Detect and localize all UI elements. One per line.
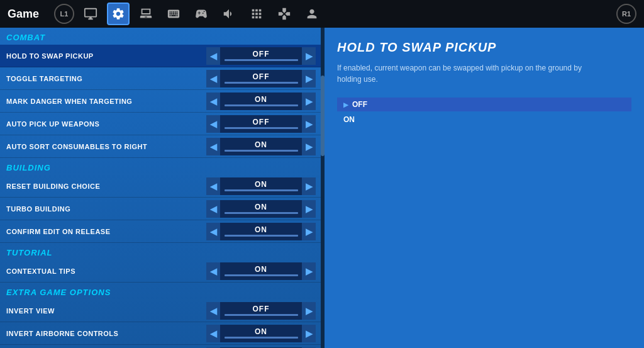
control-widget-auto-pick-up-weapons: ◀OFF▶ xyxy=(206,115,316,133)
arrow-right-mark-danger-when-targeting[interactable]: ▶ xyxy=(302,93,316,110)
setting-row-reset-building-choice[interactable]: RESET BUILDING CHOICE◀ON▶ xyxy=(0,175,321,198)
display-icon[interactable] xyxy=(135,3,157,25)
account-icon[interactable] xyxy=(301,3,323,25)
network-icon[interactable] xyxy=(245,3,268,25)
control-widget-confirm-edit-on-release: ◀ON▶ xyxy=(206,223,316,240)
value-text-auto-pick-up-weapons: OFF xyxy=(253,118,270,126)
value-box-turbo-building: ON xyxy=(220,200,302,218)
section-header-extra-game-options: EXTRA GAME OPTIONS xyxy=(0,283,321,300)
control-widget-hold-to-swap-pickup: ◀OFF▶ xyxy=(206,47,316,65)
setting-label-toggle-targeting: TOGGLE TARGETING xyxy=(0,75,206,82)
option-list: ▶OFFON xyxy=(337,98,631,126)
arrow-right-auto-pick-up-weapons[interactable]: ▶ xyxy=(302,115,316,133)
value-box-reset-building-choice: ON xyxy=(220,177,302,195)
monitor-icon[interactable] xyxy=(79,3,102,25)
control-widget-turbo-building: ◀ON▶ xyxy=(206,200,316,218)
setting-label-invert-airborne-controls: INVERT AIRBORNE CONTROLS xyxy=(0,330,206,337)
setting-row-invert-view[interactable]: INVERT VIEW◀OFF▶ xyxy=(0,300,321,322)
app-title: Game xyxy=(8,8,39,21)
audio-icon[interactable] xyxy=(218,3,240,25)
arrow-right-auto-sort-consumables[interactable]: ▶ xyxy=(302,138,316,155)
arrow-right-confirm-edit-on-release[interactable]: ▶ xyxy=(302,223,316,240)
settings-panel: COMBATHOLD TO SWAP PICKUP◀OFF▶TOGGLE TAR… xyxy=(0,28,321,348)
value-bar-mark-danger-when-targeting xyxy=(225,104,298,106)
value-bar-invert-airborne-controls xyxy=(225,337,298,339)
setting-label-reset-building-choice: RESET BUILDING CHOICE xyxy=(0,182,206,190)
arrow-right-contextual-tips[interactable]: ▶ xyxy=(302,262,316,280)
value-box-toggle-targeting: OFF xyxy=(220,70,302,87)
value-text-confirm-edit-on-release: ON xyxy=(255,226,267,233)
arrow-left-contextual-tips[interactable]: ◀ xyxy=(206,262,220,280)
arrow-left-auto-sort-consumables[interactable]: ◀ xyxy=(206,138,220,155)
value-text-reset-building-choice: ON xyxy=(255,181,267,188)
gear-icon[interactable] xyxy=(107,3,130,25)
detail-title: HOLD TO SWAP PICKUP xyxy=(337,40,631,55)
value-bar-auto-pick-up-weapons xyxy=(225,127,298,129)
arrow-right-toggle-targeting[interactable]: ▶ xyxy=(302,70,316,87)
arrow-left-auto-pick-up-weapons[interactable]: ◀ xyxy=(206,115,220,133)
setting-row-toggle-targeting[interactable]: TOGGLE TARGETING◀OFF▶ xyxy=(0,67,321,90)
value-bar-hold-to-swap-pickup xyxy=(225,59,298,61)
setting-row-auto-sort-consumables[interactable]: AUTO SORT CONSUMABLES TO RIGHT◀ON▶ xyxy=(0,135,321,158)
control-widget-auto-sort-consumables: ◀ON▶ xyxy=(206,138,316,155)
setting-row-turbo-building[interactable]: TURBO BUILDING◀ON▶ xyxy=(0,198,321,220)
arrow-right-hold-to-swap-pickup[interactable]: ▶ xyxy=(302,47,316,65)
control-widget-reset-building-choice: ◀ON▶ xyxy=(206,177,316,195)
value-bar-auto-sort-consumables xyxy=(225,150,298,152)
value-text-auto-sort-consumables: ON xyxy=(255,141,267,149)
setting-row-auto-pick-up-weapons[interactable]: AUTO PICK UP WEAPONS◀OFF▶ xyxy=(0,113,321,135)
option-label-0: OFF xyxy=(352,100,367,109)
arrow-left-reset-building-choice[interactable]: ◀ xyxy=(206,177,220,195)
control-widget-mark-danger-when-targeting: ◀ON▶ xyxy=(206,93,316,110)
controller-icon[interactable] xyxy=(190,3,213,25)
l1-badge[interactable]: L1 xyxy=(54,4,74,24)
arrow-left-mark-danger-when-targeting[interactable]: ◀ xyxy=(206,93,220,110)
value-text-contextual-tips: ON xyxy=(255,266,267,273)
arrow-right-turbo-building[interactable]: ▶ xyxy=(302,200,316,218)
keyboard-icon[interactable] xyxy=(162,3,185,25)
setting-row-hold-to-swap-pickup[interactable]: HOLD TO SWAP PICKUP◀OFF▶ xyxy=(0,45,321,67)
setting-label-invert-view: INVERT VIEW xyxy=(0,307,206,315)
main-content: COMBATHOLD TO SWAP PICKUP◀OFF▶TOGGLE TAR… xyxy=(0,28,644,348)
value-text-invert-view: OFF xyxy=(253,305,270,313)
arrow-left-turbo-building[interactable]: ◀ xyxy=(206,200,220,218)
arrow-right-reset-building-choice[interactable]: ▶ xyxy=(302,177,316,195)
arrow-left-hold-to-swap-pickup[interactable]: ◀ xyxy=(206,47,220,65)
arrow-left-invert-airborne-controls[interactable]: ◀ xyxy=(206,325,220,342)
control-widget-invert-airborne-controls: ◀ON▶ xyxy=(206,325,316,342)
arrow-right-invert-airborne-controls[interactable]: ▶ xyxy=(302,325,316,342)
value-text-mark-danger-when-targeting: ON xyxy=(255,96,267,103)
value-box-mark-danger-when-targeting: ON xyxy=(220,93,302,110)
setting-label-auto-pick-up-weapons: AUTO PICK UP WEAPONS xyxy=(0,120,206,128)
control-widget-toggle-targeting: ◀OFF▶ xyxy=(206,70,316,87)
option-item-0[interactable]: ▶OFF xyxy=(337,98,631,111)
value-bar-invert-view xyxy=(225,314,298,316)
detail-panel: HOLD TO SWAP PICKUP If enabled, current … xyxy=(325,28,644,348)
value-box-contextual-tips: ON xyxy=(220,262,302,280)
control-widget-contextual-tips: ◀ON▶ xyxy=(206,262,316,280)
section-header-building: BUILDING xyxy=(0,158,321,175)
arrow-right-invert-view[interactable]: ▶ xyxy=(302,302,316,320)
value-bar-contextual-tips xyxy=(225,274,298,276)
detail-description: If enabled, current weapon can be swappe… xyxy=(337,62,601,85)
r1-badge[interactable]: R1 xyxy=(616,4,636,24)
setting-row-confirm-edit-on-release[interactable]: CONFIRM EDIT ON RELEASE◀ON▶ xyxy=(0,220,321,243)
arrow-left-invert-view[interactable]: ◀ xyxy=(206,302,220,320)
value-bar-toggle-targeting xyxy=(225,82,298,84)
setting-row-contextual-tips[interactable]: CONTEXTUAL TIPS◀ON▶ xyxy=(0,260,321,283)
option-item-1[interactable]: ON xyxy=(337,113,631,126)
arrow-left-confirm-edit-on-release[interactable]: ◀ xyxy=(206,223,220,240)
value-box-auto-pick-up-weapons: OFF xyxy=(220,115,302,133)
setting-row-mark-danger-when-targeting[interactable]: MARK DANGER WHEN TARGETING◀ON▶ xyxy=(0,90,321,113)
setting-label-contextual-tips: CONTEXTUAL TIPS xyxy=(0,267,206,275)
arrow-left-toggle-targeting[interactable]: ◀ xyxy=(206,70,220,87)
option-label-1: ON xyxy=(343,115,355,124)
value-text-invert-airborne-controls: ON xyxy=(255,328,267,335)
setting-row-turbo-delete-in-creative-mode[interactable]: TURBO DELETE IN CREATIVE MODE◀ON▶ xyxy=(0,345,321,348)
setting-row-invert-airborne-controls[interactable]: INVERT AIRBORNE CONTROLS◀ON▶ xyxy=(0,322,321,345)
setting-label-auto-sort-consumables: AUTO SORT CONSUMABLES TO RIGHT xyxy=(0,143,206,150)
setting-label-hold-to-swap-pickup: HOLD TO SWAP PICKUP xyxy=(0,52,206,60)
value-box-hold-to-swap-pickup: OFF xyxy=(220,47,302,65)
value-box-invert-airborne-controls: ON xyxy=(220,325,302,342)
gamepad2-icon[interactable] xyxy=(273,3,296,25)
